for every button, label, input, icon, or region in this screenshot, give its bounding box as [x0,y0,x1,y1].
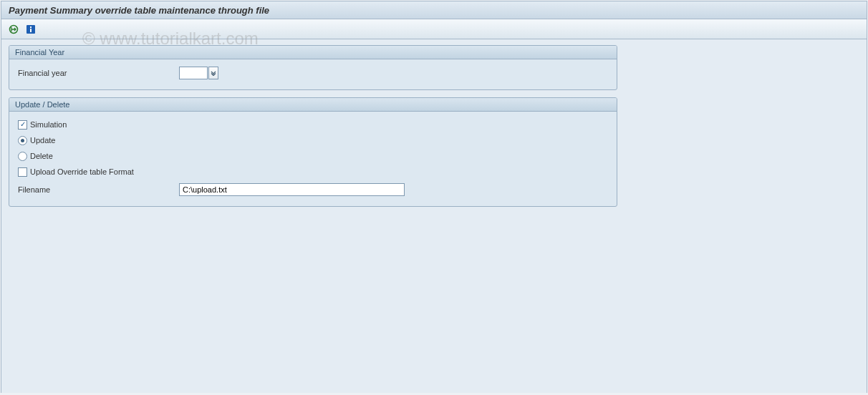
financial-year-label: Financial year [18,69,179,77]
financial-year-f4-button[interactable] [208,67,218,79]
simulation-label: Simulation [30,120,67,129]
execute-icon [9,24,19,34]
update-label: Update [30,136,55,145]
application-toolbar [1,19,867,39]
upload-override-format-checkbox[interactable] [18,167,27,177]
app-window: Payment Summary override table maintenan… [1,1,867,393]
group-update-delete-title: Update / Delete [9,98,617,112]
group-update-delete: Update / Delete Simulation Update Delete… [9,97,617,207]
delete-radio[interactable] [18,152,27,161]
svg-rect-2 [30,26,32,28]
filename-label: Filename [18,185,179,194]
page-title: Payment Summary override table maintenan… [1,1,867,19]
upload-override-format-label: Upload Override table Format [30,167,134,176]
filename-input[interactable] [179,183,405,196]
content-area: Financial Year Financial year Update / D… [1,39,867,393]
group-financial-year-title: Financial Year [9,46,617,59]
financial-year-input[interactable] [179,67,208,79]
chevron-down-icon [211,70,216,76]
simulation-checkbox[interactable] [18,120,27,130]
group-financial-year: Financial Year Financial year [9,45,617,90]
update-radio[interactable] [18,136,27,145]
execute-button[interactable] [7,23,20,36]
info-icon [26,24,36,34]
info-button[interactable] [24,23,37,36]
delete-label: Delete [30,152,53,160]
svg-rect-3 [30,29,32,32]
